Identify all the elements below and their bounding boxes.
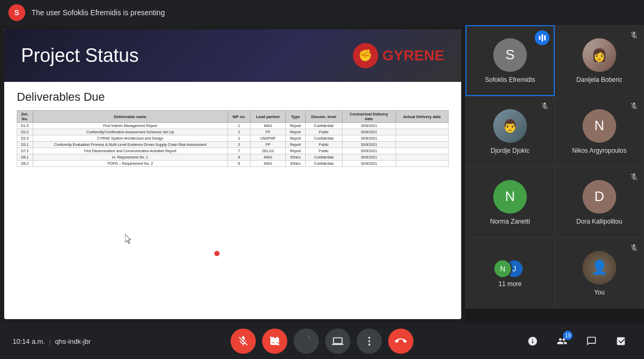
slide-logo: ✊ GYRENE	[353, 43, 444, 68]
bottom-bar: 10:14 a.m. | qhs-indk-jbr	[0, 323, 644, 359]
participant-tile-djordje: 👨 Djordje Djokic	[465, 96, 555, 167]
table-row: D8.1H- Requirement No. 18MAGEthicsConfid…	[17, 154, 449, 161]
call-id: qhs-indk-jbr	[55, 337, 91, 345]
participant-tile-sofoklis: S Sofoklis Efremidis	[465, 25, 555, 96]
top-bar: S The user Sofoklis Efremidis is present…	[0, 0, 644, 25]
presentation-area: Project Status ✊ GYRENE Deliverables Due…	[0, 25, 465, 323]
main-content: Project Status ✊ GYRENE Deliverables Due…	[0, 25, 644, 323]
call-time: 10:14 a.m.	[13, 337, 45, 345]
present-button[interactable]	[325, 329, 350, 354]
participant-tile-danijela: 👩 Danijela Boberic	[555, 25, 644, 96]
people-badge: 19	[563, 331, 573, 340]
participant-tile-more[interactable]: N J 11 more	[465, 238, 555, 309]
deliverables-title: Deliverables Due	[17, 90, 449, 104]
end-call-button[interactable]	[388, 329, 413, 354]
call-separator: |	[49, 337, 50, 345]
table-header-name: Deliverable name	[33, 111, 228, 123]
people-button[interactable]: 19	[552, 331, 573, 352]
presenter-text: The user Sofoklis Efremidis is presentin…	[32, 8, 165, 17]
name-more: 11 more	[496, 280, 524, 288]
avatar-stack-n: N	[493, 259, 512, 278]
table-header-lead: Lead partner	[250, 111, 286, 123]
name-sofoklis: Sofoklis Efremidis	[483, 76, 537, 83]
camera-button[interactable]	[262, 329, 287, 354]
svg-point-2	[368, 344, 370, 346]
avatar-dora: D	[583, 180, 616, 214]
raise-hand-button[interactable]	[294, 329, 319, 354]
mute-icon-djordje	[539, 101, 550, 111]
mute-icon-dora	[629, 172, 639, 182]
info-button[interactable]	[522, 331, 543, 352]
slide-header: Project Status ✊ GYRENE	[4, 29, 461, 82]
table-header-type: Type	[286, 111, 305, 123]
table-row: D2.3CYRNE System Architecture and Design…	[17, 135, 449, 142]
table-header-dissem: Dissem. level	[305, 111, 342, 123]
participant-tile-dora: D Dora Kallipolitou	[555, 167, 644, 238]
avatar-danijela: 👩	[583, 38, 616, 72]
table-row: D3.1Conformity Evaluation Process & Mult…	[17, 142, 449, 148]
name-danijela: Danijela Boberic	[574, 76, 624, 83]
name-djordje: Djordje Djokic	[489, 147, 532, 154]
slide-container: Project Status ✊ GYRENE Deliverables Due…	[4, 29, 461, 319]
mute-button[interactable]	[231, 329, 256, 354]
logo-fist-icon: ✊	[353, 43, 378, 68]
avatar-stack-more: N J	[493, 259, 527, 278]
table-row: D7.2First Dissemination and Communicatio…	[17, 148, 449, 154]
name-dora: Dora Kallipolitou	[574, 218, 624, 225]
controls-bar	[231, 329, 413, 354]
more-options-button[interactable]	[357, 329, 382, 354]
table-header-del: Del.No.	[17, 111, 33, 123]
deliverables-table: Del.No. Deliverable name WP no. Lead par…	[17, 110, 449, 167]
chat-button[interactable]	[581, 331, 602, 352]
avatar-you: 👤	[583, 251, 616, 284]
slide-body: Deliverables Due Del.No. Deliverable nam…	[4, 82, 461, 319]
svg-point-1	[368, 340, 370, 342]
svg-point-0	[368, 337, 370, 339]
participant-tile-you: 👤 You	[555, 238, 644, 309]
mute-icon-danijela	[629, 30, 639, 40]
participant-tile-norma: N Norma Zanetti	[465, 167, 555, 238]
presenter-avatar: S	[8, 4, 25, 21]
name-norma: Norma Zanetti	[488, 218, 532, 225]
mute-icon-you	[629, 242, 639, 253]
activities-button[interactable]	[610, 331, 631, 352]
table-row: D8.2POPD – Requirement No. 28MAGEthicsCo…	[17, 161, 449, 167]
participant-grid: S Sofoklis Efremidis 👩 Danijela Boberic	[465, 25, 644, 323]
avatar-norma: N	[493, 180, 527, 214]
table-body: D1.5First Interim Management Report1MAGR…	[17, 123, 449, 167]
participant-tile-nikos: N Nikos Argyropoulos	[555, 96, 644, 167]
name-nikos: Nikos Argyropoulos	[570, 147, 628, 154]
logo-text: GYRENE	[382, 47, 444, 64]
mute-icon-nikos	[629, 101, 639, 111]
audio-indicator	[535, 30, 549, 45]
avatar-sofoklis: S	[493, 38, 527, 72]
table-row: D1.5First Interim Management Report1MAGR…	[17, 123, 449, 129]
table-row: D2.2Conformity/Certification Assessment …	[17, 129, 449, 135]
table-header-wp: WP no.	[228, 111, 251, 123]
slide-title: Project Status	[21, 45, 139, 67]
avatar-djordje: 👨	[493, 109, 527, 143]
table-header-actual: Actual Delivery date	[396, 111, 448, 123]
table-header-contractual: Contractual Deliverydate	[342, 111, 396, 123]
right-controls: 19	[522, 331, 631, 352]
call-info: 10:14 a.m. | qhs-indk-jbr	[13, 337, 97, 345]
name-you: You	[592, 289, 607, 296]
avatar-nikos: N	[583, 109, 616, 143]
